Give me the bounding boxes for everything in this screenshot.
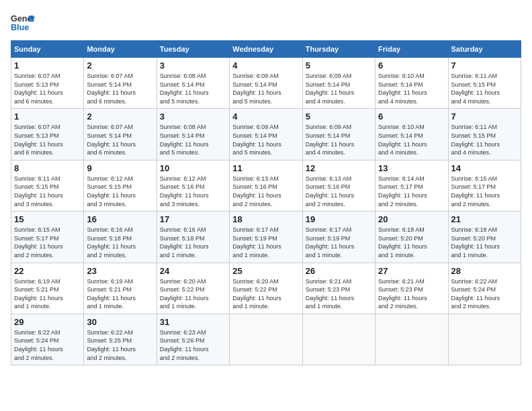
day-info: Sunrise: 6:23 AM Sunset: 5:26 PM Dayligh… <box>160 328 226 362</box>
day-info: Sunrise: 6:09 AM Sunset: 5:14 PM Dayligh… <box>306 123 372 156</box>
day-info: Sunrise: 6:11 AM Sunset: 5:15 PM Dayligh… <box>451 72 518 105</box>
day-info: Sunrise: 6:16 AM Sunset: 5:18 PM Dayligh… <box>160 226 226 259</box>
calendar-week-row: 1Sunrise: 6:07 AM Sunset: 5:13 PM Daylig… <box>11 109 521 160</box>
day-info: Sunrise: 6:11 AM Sunset: 5:15 PM Dayligh… <box>14 175 81 208</box>
calendar-cell: 16Sunrise: 6:16 AM Sunset: 5:18 PM Dayli… <box>84 212 157 263</box>
calendar-cell: 12Sunrise: 6:13 AM Sunset: 5:16 PM Dayli… <box>302 160 375 211</box>
weekday-header-saturday: Saturday <box>448 41 521 58</box>
day-number: 8 <box>14 163 81 173</box>
day-number: 4 <box>232 60 299 71</box>
calendar-cell: 22Sunrise: 6:19 AM Sunset: 5:21 PM Dayli… <box>11 263 84 314</box>
calendar-cell: 25Sunrise: 6:20 AM Sunset: 5:22 PM Dayli… <box>230 263 302 314</box>
day-number: 2 <box>87 60 153 71</box>
calendar-cell: 1Sunrise: 6:07 AM Sunset: 5:13 PM Daylig… <box>11 109 84 160</box>
day-number: 16 <box>87 214 153 224</box>
calendar-week-row: 22Sunrise: 6:19 AM Sunset: 5:21 PM Dayli… <box>11 263 521 314</box>
svg-text:Blue: Blue <box>11 23 29 32</box>
day-number: 24 <box>160 266 226 276</box>
logo-icon: General Blue <box>11 11 35 35</box>
day-info: Sunrise: 6:17 AM Sunset: 5:19 PM Dayligh… <box>306 226 372 259</box>
calendar-cell: 1Sunrise: 6:07 AM Sunset: 5:13 PM Daylig… <box>11 58 84 109</box>
calendar-cell: 23Sunrise: 6:19 AM Sunset: 5:21 PM Dayli… <box>84 263 157 314</box>
calendar-cell: 4Sunrise: 6:09 AM Sunset: 5:14 PM Daylig… <box>230 58 302 109</box>
day-info: Sunrise: 6:11 AM Sunset: 5:15 PM Dayligh… <box>451 123 518 156</box>
day-info: Sunrise: 6:16 AM Sunset: 5:18 PM Dayligh… <box>87 226 153 259</box>
day-info: Sunrise: 6:12 AM Sunset: 5:16 PM Dayligh… <box>160 175 226 208</box>
day-info: Sunrise: 6:08 AM Sunset: 5:14 PM Dayligh… <box>160 123 226 156</box>
calendar-cell: 11Sunrise: 6:13 AM Sunset: 5:16 PM Dayli… <box>230 160 302 211</box>
page-header: General Blue <box>11 11 521 35</box>
day-number: 19 <box>306 214 372 224</box>
calendar-cell: 3Sunrise: 6:08 AM Sunset: 5:14 PM Daylig… <box>157 109 229 160</box>
calendar-cell: 9Sunrise: 6:12 AM Sunset: 5:15 PM Daylig… <box>84 160 157 211</box>
day-info: Sunrise: 6:07 AM Sunset: 5:13 PM Dayligh… <box>14 123 81 156</box>
calendar-cell: 15Sunrise: 6:15 AM Sunset: 5:17 PM Dayli… <box>11 212 84 263</box>
day-number: 26 <box>306 266 372 276</box>
weekday-header-thursday: Thursday <box>302 41 375 58</box>
calendar-cell: 2Sunrise: 6:07 AM Sunset: 5:14 PM Daylig… <box>84 109 157 160</box>
day-number: 31 <box>160 317 226 327</box>
day-info: Sunrise: 6:20 AM Sunset: 5:22 PM Dayligh… <box>232 277 299 311</box>
day-info: Sunrise: 6:18 AM Sunset: 5:20 PM Dayligh… <box>378 226 445 259</box>
day-number: 27 <box>378 266 445 276</box>
day-info: Sunrise: 6:19 AM Sunset: 5:21 PM Dayligh… <box>87 277 153 311</box>
calendar-cell: 5Sunrise: 6:09 AM Sunset: 5:14 PM Daylig… <box>302 58 375 109</box>
calendar-week-row: 8Sunrise: 6:11 AM Sunset: 5:15 PM Daylig… <box>11 160 521 211</box>
day-number: 2 <box>87 111 153 122</box>
calendar-cell: 13Sunrise: 6:14 AM Sunset: 5:17 PM Dayli… <box>375 160 448 211</box>
weekday-header-sunday: Sunday <box>11 41 84 58</box>
day-number: 1 <box>14 60 81 71</box>
day-number: 15 <box>14 214 81 224</box>
calendar-cell: 28Sunrise: 6:22 AM Sunset: 5:24 PM Dayli… <box>448 263 521 314</box>
day-info: Sunrise: 6:21 AM Sunset: 5:23 PM Dayligh… <box>306 277 372 311</box>
day-number: 23 <box>87 266 153 276</box>
day-info: Sunrise: 6:13 AM Sunset: 5:16 PM Dayligh… <box>306 175 372 208</box>
calendar-cell: 2Sunrise: 6:07 AM Sunset: 5:14 PM Daylig… <box>84 58 157 109</box>
calendar-cell: 6Sunrise: 6:10 AM Sunset: 5:14 PM Daylig… <box>375 109 448 160</box>
calendar-cell <box>230 314 302 365</box>
day-info: Sunrise: 6:13 AM Sunset: 5:16 PM Dayligh… <box>232 175 299 208</box>
calendar-cell: 7Sunrise: 6:11 AM Sunset: 5:15 PM Daylig… <box>448 58 521 109</box>
weekday-header-monday: Monday <box>84 41 157 58</box>
day-number: 20 <box>378 214 445 224</box>
day-info: Sunrise: 6:15 AM Sunset: 5:17 PM Dayligh… <box>14 226 81 259</box>
day-number: 1 <box>14 111 81 122</box>
day-number: 29 <box>14 317 81 327</box>
day-number: 3 <box>160 60 226 71</box>
day-number: 25 <box>232 266 299 276</box>
day-number: 6 <box>378 111 445 122</box>
day-info: Sunrise: 6:20 AM Sunset: 5:22 PM Dayligh… <box>160 277 226 311</box>
day-info: Sunrise: 6:21 AM Sunset: 5:23 PM Dayligh… <box>378 277 445 311</box>
calendar-cell <box>375 314 448 365</box>
day-number: 7 <box>451 60 518 71</box>
day-number: 12 <box>306 163 372 173</box>
day-info: Sunrise: 6:17 AM Sunset: 5:19 PM Dayligh… <box>232 226 299 259</box>
weekday-header-row: SundayMondayTuesdayWednesdayThursdayFrid… <box>11 41 521 58</box>
calendar-cell: 21Sunrise: 6:18 AM Sunset: 5:20 PM Dayli… <box>448 212 521 263</box>
day-info: Sunrise: 6:22 AM Sunset: 5:24 PM Dayligh… <box>451 277 518 311</box>
day-info: Sunrise: 6:15 AM Sunset: 5:17 PM Dayligh… <box>451 175 518 208</box>
day-info: Sunrise: 6:19 AM Sunset: 5:21 PM Dayligh… <box>14 277 81 311</box>
calendar-cell: 30Sunrise: 6:22 AM Sunset: 5:25 PM Dayli… <box>84 314 157 365</box>
calendar-week-row: 1Sunrise: 6:07 AM Sunset: 5:13 PM Daylig… <box>11 58 521 109</box>
day-info: Sunrise: 6:22 AM Sunset: 5:24 PM Dayligh… <box>14 328 81 362</box>
day-info: Sunrise: 6:14 AM Sunset: 5:17 PM Dayligh… <box>378 175 445 208</box>
calendar-cell: 27Sunrise: 6:21 AM Sunset: 5:23 PM Dayli… <box>375 263 448 314</box>
calendar-cell: 8Sunrise: 6:11 AM Sunset: 5:15 PM Daylig… <box>11 160 84 211</box>
calendar-week-row: 15Sunrise: 6:15 AM Sunset: 5:17 PM Dayli… <box>11 212 521 263</box>
day-info: Sunrise: 6:07 AM Sunset: 5:14 PM Dayligh… <box>87 123 153 156</box>
day-number: 18 <box>232 214 299 224</box>
day-number: 6 <box>378 60 445 71</box>
day-info: Sunrise: 6:07 AM Sunset: 5:14 PM Dayligh… <box>87 72 153 105</box>
calendar-cell: 14Sunrise: 6:15 AM Sunset: 5:17 PM Dayli… <box>448 160 521 211</box>
day-number: 17 <box>160 214 226 224</box>
day-number: 7 <box>451 111 518 122</box>
day-number: 5 <box>306 60 372 71</box>
day-number: 9 <box>87 163 153 173</box>
day-info: Sunrise: 6:18 AM Sunset: 5:20 PM Dayligh… <box>451 226 518 259</box>
calendar-cell: 6Sunrise: 6:10 AM Sunset: 5:14 PM Daylig… <box>375 58 448 109</box>
calendar-cell: 10Sunrise: 6:12 AM Sunset: 5:16 PM Dayli… <box>157 160 229 211</box>
day-number: 3 <box>160 111 226 122</box>
weekday-header-friday: Friday <box>375 41 448 58</box>
day-number: 10 <box>160 163 226 173</box>
